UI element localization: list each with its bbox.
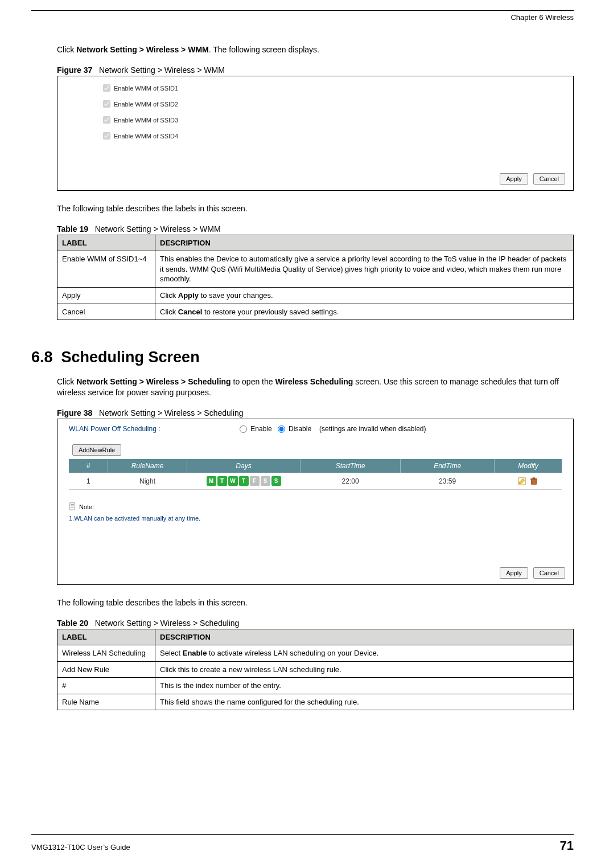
table-row: Rule Name This field shows the name conf…: [57, 694, 574, 710]
col-rulename: RuleName: [108, 459, 187, 473]
figure37-caption: Figure 37 Network Setting > Wireless > W…: [57, 65, 574, 75]
col-end: EndTime: [401, 459, 495, 473]
day-box: M: [207, 476, 216, 486]
apply-button[interactable]: Apply: [500, 567, 528, 579]
col-days: Days: [187, 459, 301, 473]
table20-caption: Table 20 Network Setting > Wireless > Sc…: [57, 619, 574, 628]
enable-radio-label[interactable]: Enable: [240, 425, 272, 433]
wmm-ssid1-checkbox[interactable]: [103, 84, 110, 92]
table-row: Apply Click Apply to save your changes.: [57, 287, 574, 304]
svg-rect-1: [532, 480, 537, 484]
wmm-ssid2-label: Enable WMM of SSID2: [114, 101, 178, 108]
day-box: T: [217, 476, 227, 486]
trash-icon[interactable]: [530, 477, 538, 485]
cancel-button[interactable]: Cancel: [533, 173, 565, 185]
rule-row: 1 Night MTWTFSS 22:00 23:59: [69, 473, 562, 490]
wmm-ssid4-label: Enable WMM of SSID4: [114, 133, 178, 140]
col-modify: Modify: [495, 459, 562, 473]
sched-top-label: WLAN Power Off Scheduling :: [69, 425, 240, 433]
figure38-caption: Figure 38 Network Setting > Wireless > S…: [57, 408, 574, 417]
page-footer: VMG1312-T10C User’s Guide 71: [31, 834, 574, 853]
enable-radio[interactable]: [240, 425, 247, 433]
note-header: Note:: [69, 502, 562, 511]
table19-intro: The following table describes the labels…: [57, 203, 574, 214]
col-num: #: [69, 459, 108, 473]
note-text: 1.WLAN can be activated manually at any …: [69, 515, 562, 522]
apply-button[interactable]: Apply: [500, 173, 528, 185]
edit-icon[interactable]: [518, 477, 526, 485]
disable-radio-label[interactable]: Disable: [278, 425, 311, 433]
table-row: Enable WMM of SSID1~4 This enables the D…: [57, 251, 574, 288]
footer-guide: VMG1312-T10C User’s Guide: [31, 843, 130, 851]
page-number: 71: [560, 838, 574, 853]
scheduling-panel: WLAN Power Off Scheduling : Enable Disab…: [57, 419, 574, 585]
intro-scheduling: Click Network Setting > Wireless > Sched…: [57, 376, 574, 398]
table-row: Wireless LAN Scheduling Select Enable to…: [57, 645, 574, 662]
day-box: W: [228, 476, 238, 486]
disable-radio[interactable]: [278, 425, 285, 433]
table20-intro: The following table describes the labels…: [57, 597, 574, 608]
table19-caption: Table 19 Network Setting > Wireless > WM…: [57, 224, 574, 234]
note-icon: [69, 502, 77, 511]
wmm-ssid3-label: Enable WMM of SSID3: [114, 117, 178, 124]
table19-head-label: LABEL: [57, 235, 155, 251]
svg-rect-4: [70, 503, 75, 510]
table19-head-desc: DESCRIPTION: [155, 235, 574, 251]
table-row: # This is the index number of the entry.: [57, 678, 574, 694]
chapter-header: Chapter 6 Wireless: [31, 11, 574, 22]
table19: LABEL DESCRIPTION Enable WMM of SSID1~4 …: [57, 235, 574, 320]
disabled-hint: (settings are invalid when disabled): [319, 425, 426, 433]
table-row: Add New Rule Click this to create a new …: [57, 661, 574, 678]
cancel-button[interactable]: Cancel: [533, 567, 565, 579]
table-row: Cancel Click Cancel to restore your prev…: [57, 304, 574, 320]
rules-table: # RuleName Days StartTime EndTime Modify…: [69, 459, 562, 490]
svg-rect-3: [533, 478, 536, 479]
day-box: S: [271, 476, 281, 486]
table20-head-desc: DESCRIPTION: [155, 629, 574, 645]
day-box: S: [261, 476, 270, 486]
table20-head-label: LABEL: [57, 629, 155, 645]
day-box: F: [250, 476, 260, 486]
section-6-8-heading: 6.8 Scheduling Screen: [31, 349, 574, 366]
wmm-ssid1-label: Enable WMM of SSID1: [114, 85, 178, 92]
day-box: T: [239, 476, 249, 486]
intro-wmm: Click Network Setting > Wireless > WMM. …: [57, 44, 574, 55]
wmm-ssid2-checkbox[interactable]: [103, 100, 110, 108]
table20: LABEL DESCRIPTION Wireless LAN Schedulin…: [57, 629, 574, 711]
wmm-panel: Enable WMM of SSID1 Enable WMM of SSID2 …: [57, 76, 574, 191]
col-start: StartTime: [301, 459, 401, 473]
days-cell: MTWTFSS: [187, 473, 301, 490]
wmm-ssid3-checkbox[interactable]: [103, 116, 110, 124]
wmm-ssid4-checkbox[interactable]: [103, 132, 110, 140]
add-new-rule-button[interactable]: AddNewRule: [72, 444, 121, 456]
